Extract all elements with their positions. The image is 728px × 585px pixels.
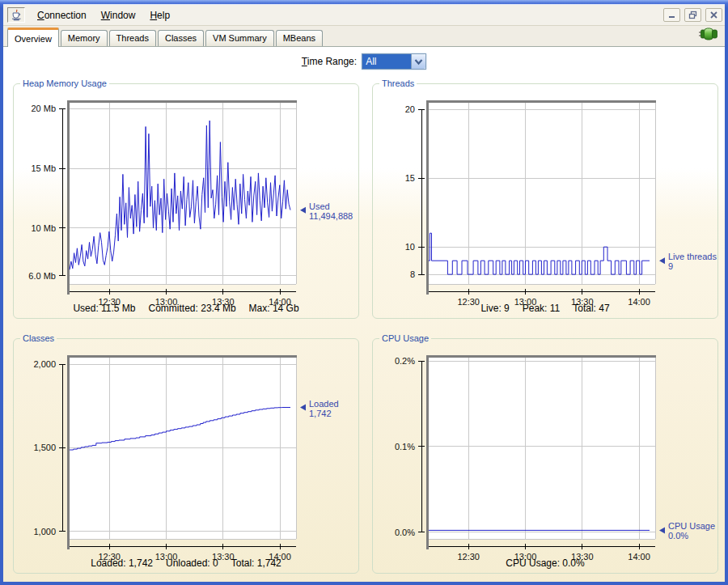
java-coffee-icon bbox=[7, 7, 25, 23]
time-range-select[interactable]: All bbox=[362, 53, 426, 70]
y-tick-label: 20 bbox=[405, 104, 415, 114]
tab-overview[interactable]: Overview bbox=[7, 28, 59, 47]
chart-body: 201510812:3013:0013:3014:00 Live threads… bbox=[375, 97, 715, 316]
y-tick-label: 6.0 Mb bbox=[28, 271, 56, 281]
overview-tab-content: Time Range: All Heap Memory Usage 20 Mb1… bbox=[3, 47, 725, 582]
close-icon bbox=[709, 11, 718, 19]
y-tick-label: 0.1% bbox=[395, 442, 415, 451]
tab-vm-summary[interactable]: VM Summary bbox=[205, 30, 274, 46]
close-button[interactable] bbox=[705, 8, 722, 22]
y-tick-label: 0.0% bbox=[395, 528, 415, 537]
charts-grid: Heap Memory Usage 20 Mb15 Mb10 Mb6.0 Mb1… bbox=[13, 78, 712, 574]
restore-button[interactable] bbox=[684, 8, 701, 22]
plot-border-top bbox=[426, 100, 656, 103]
chart-heap-memory-usage: Heap Memory Usage 20 Mb15 Mb10 Mb6.0 Mb1… bbox=[13, 78, 359, 319]
menu-help[interactable]: Help bbox=[142, 7, 177, 23]
panel-title: Heap Memory Usage bbox=[20, 78, 109, 88]
tracker-arrow-icon bbox=[659, 527, 665, 533]
chart-canvas: 2,0001,5001,00012:3013:0013:3014:00 bbox=[16, 352, 358, 566]
plot-border-top bbox=[426, 355, 656, 358]
chart-canvas: 0.2%0.1%0.0%12:3013:0013:3014:00 bbox=[375, 352, 717, 566]
tab-bar: Overview Memory Threads Classes VM Summa… bbox=[3, 26, 725, 47]
menu-bar: Connection Window Help bbox=[3, 5, 725, 26]
menu-connection[interactable]: Connection bbox=[30, 7, 94, 23]
time-range-selected-value: All bbox=[362, 54, 411, 69]
tab-threads[interactable]: Threads bbox=[109, 30, 156, 46]
plot-border-left bbox=[426, 355, 429, 549]
connection-status-plug-icon bbox=[699, 27, 718, 44]
tracker-label: Used 11,494,888 bbox=[309, 201, 353, 221]
y-tick-label: 1,000 bbox=[33, 527, 56, 536]
chart-body: 0.2%0.1%0.0%12:3013:0013:3014:00 CPU Usa… bbox=[375, 352, 715, 571]
y-tick-label: 0.2% bbox=[395, 356, 415, 366]
jconsole-window: Connection Window Help Overview M bbox=[0, 0, 728, 585]
plot-border-top bbox=[67, 100, 297, 103]
y-tick-label: 20 Mb bbox=[31, 104, 56, 113]
plot-area bbox=[70, 358, 296, 539]
chevron-down-icon bbox=[414, 58, 423, 66]
tracker-label: Loaded 1,742 bbox=[309, 399, 339, 418]
time-range-label: Time Range: bbox=[302, 56, 357, 67]
chart-cpu-usage: CPU Usage 0.2%0.1%0.0%12:3013:0013:3014:… bbox=[372, 333, 718, 574]
minimize-button[interactable] bbox=[663, 8, 680, 22]
plot-border-left bbox=[67, 100, 70, 295]
tab-classes[interactable]: Classes bbox=[158, 30, 204, 46]
chart-body: 20 Mb15 Mb10 Mb6.0 Mb12:3013:0013:3014:0… bbox=[16, 97, 356, 316]
panel-title: Threads bbox=[379, 78, 417, 88]
tab-mbeans[interactable]: MBeans bbox=[276, 30, 323, 46]
minimize-icon bbox=[667, 11, 676, 19]
chart-classes: Classes 2,0001,5001,00012:3013:0013:3014… bbox=[13, 333, 359, 574]
chart-summary: Loaded: 1,742Unloaded: 0Total: 1,742 bbox=[16, 557, 356, 569]
chart-canvas: 20 Mb15 Mb10 Mb6.0 Mb12:3013:0013:3014:0… bbox=[16, 97, 358, 311]
menu-window[interactable]: Window bbox=[94, 7, 143, 23]
plot-area bbox=[429, 358, 655, 539]
y-tick-label: 10 bbox=[405, 242, 415, 252]
chart-threads: Threads 201510812:3013:0013:3014:00 Live… bbox=[372, 78, 718, 319]
time-range-row: Time Range: All bbox=[3, 53, 725, 70]
y-tick-label: 2,000 bbox=[33, 359, 56, 369]
chart-canvas: 201510812:3013:0013:3014:00 bbox=[375, 97, 717, 311]
chart-summary: Used: 11.5 MbCommitted: 23.4 MbMax: 14 G… bbox=[16, 303, 356, 314]
tracker-arrow-icon bbox=[300, 405, 306, 411]
y-tick-label: 10 Mb bbox=[31, 223, 56, 233]
y-tick-label: 15 bbox=[405, 173, 415, 183]
chart-summary: CPU Usage: 0.0% bbox=[375, 557, 715, 569]
y-tick-label: 8 bbox=[410, 269, 415, 279]
chart-summary: Live: 9Peak: 11Total: 47 bbox=[375, 303, 715, 314]
tracker-label: CPU Usage 0.0% bbox=[668, 521, 715, 540]
panel-title: Classes bbox=[20, 333, 57, 343]
plot-border-left bbox=[67, 355, 70, 549]
restore-icon bbox=[688, 11, 697, 19]
plot-area bbox=[429, 103, 655, 284]
tracker-label: Live threads 9 bbox=[668, 252, 717, 271]
tab-memory[interactable]: Memory bbox=[61, 30, 108, 46]
chart-body: 2,0001,5001,00012:3013:0013:3014:00 Load… bbox=[16, 352, 356, 571]
tracker-arrow-icon bbox=[300, 207, 306, 214]
plot-border-left bbox=[426, 100, 429, 295]
y-tick-label: 15 Mb bbox=[31, 163, 56, 173]
panel-title: CPU Usage bbox=[379, 333, 431, 343]
combo-dropdown-button[interactable] bbox=[411, 54, 425, 69]
y-tick-label: 1,500 bbox=[33, 443, 56, 452]
tracker-arrow-icon bbox=[659, 257, 665, 264]
plot-border-top bbox=[67, 355, 297, 358]
window-body: Connection Window Help Overview M bbox=[3, 4, 725, 582]
